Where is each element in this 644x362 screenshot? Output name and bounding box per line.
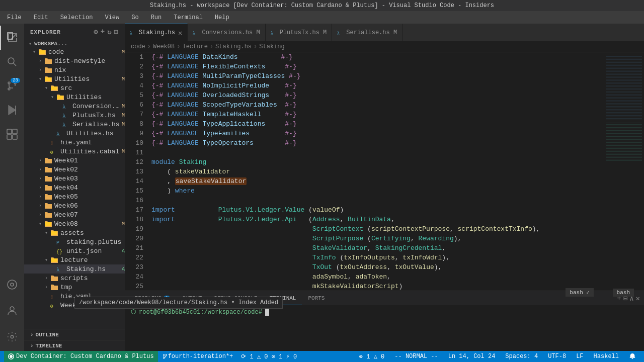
new-folder-icon[interactable]: + — [101, 28, 105, 36]
menu-run[interactable]: Run — [148, 13, 165, 22]
tab-close-staking[interactable]: ✕ — [178, 29, 182, 37]
sidebar-item-src[interactable]: ▾ src — [24, 83, 125, 93]
sidebar-item-week02[interactable]: ›Week02 — [24, 165, 125, 174]
status-sync-label: ⟳ 1 △ 0 ⊗ 1 ⚡ 0 — [241, 353, 297, 360]
activity-extensions[interactable] — [0, 122, 24, 146]
sidebar-item-dist[interactable]: › dist-newstyle — [24, 56, 125, 65]
sidebar-item-scripts-label: scripts — [60, 275, 125, 282]
tab-conversions[interactable]: λ Conversions.hs M — [188, 24, 265, 41]
haskell-tab-icon: λ — [193, 30, 199, 36]
new-file-icon[interactable]: ⊕ — [94, 28, 98, 36]
sidebar-item-utilities-cabal[interactable]: › ⚙ Utilities.cabal M — [24, 147, 125, 156]
menu-terminal[interactable]: Terminal — [171, 13, 206, 22]
activity-account[interactable] — [0, 299, 24, 323]
sidebar-item-week06[interactable]: ›Week06 — [24, 201, 125, 210]
activity-run[interactable] — [0, 98, 24, 122]
chevron-right-icon: › — [30, 332, 34, 338]
status-branch[interactable]: fourth-iteration*+ — [158, 351, 237, 362]
sidebar-item-utilities-sub[interactable]: ▾ Utilities — [24, 93, 125, 102]
sidebar-item-week07[interactable]: ›Week07 — [24, 210, 125, 219]
status-vim-mode[interactable]: -- NORMAL -- — [390, 351, 442, 362]
breadcrumb-filename[interactable]: Staking.hs — [215, 43, 252, 50]
tab-staking-label: Staking.hs — [139, 29, 175, 36]
breadcrumb-sep3: › — [210, 43, 213, 50]
sidebar-item-conversions[interactable]: › λ Conversion... M — [24, 102, 125, 111]
folder-icon — [44, 165, 52, 173]
sidebar-item-serialise[interactable]: › λ Serialise.hs M — [24, 120, 125, 129]
tab-plutustx[interactable]: λ PlutusTx.hs M — [266, 24, 333, 41]
breadcrumb-code[interactable]: code — [131, 43, 145, 50]
status-language[interactable]: Haskell — [590, 351, 623, 362]
sidebar-item-week04[interactable]: ›Week04 — [24, 183, 125, 192]
sidebar-item-plutustx[interactable]: › λ PlutusTx.hs M — [24, 111, 125, 120]
menu-help[interactable]: Help — [212, 13, 232, 22]
sidebar-item-tmp[interactable]: ›tmp — [24, 283, 125, 292]
sidebar-item-week08[interactable]: ▾ Week08 M — [24, 219, 125, 228]
sidebar-item-utilities-hs[interactable]: › λ Utilities.hs — [24, 129, 125, 138]
menu-view[interactable]: View — [102, 13, 122, 22]
haskell-file-icon: λ — [56, 129, 64, 137]
status-notifications[interactable] — [625, 351, 640, 362]
timeline-label: TIMELINE — [36, 343, 62, 349]
sidebar: EXPLORER ⊕ + ↻ ⊟ ▾ WORKSPA... ▾ code M — [24, 24, 125, 351]
close-panel-icon[interactable]: ✕ — [636, 294, 640, 303]
workspace-root[interactable]: ▾ WORKSPA... — [24, 40, 125, 47]
sidebar-item-assets[interactable]: ▾ assets — [24, 228, 125, 237]
activity-settings[interactable] — [0, 325, 24, 349]
menu-edit[interactable]: Edit — [31, 13, 51, 22]
status-sync[interactable]: ⟳ 1 △ 0 ⊗ 1 ⚡ 0 — [237, 351, 301, 362]
sidebar-header-icons: ⊕ + ↻ ⊟ — [94, 28, 119, 36]
sidebar-item-lecture[interactable]: ▾ lecture — [24, 255, 125, 264]
activity-explorer[interactable] — [0, 26, 24, 50]
code-editor[interactable]: {-# LANGUAGE DataKinds #-} {-# LANGUAGE … — [147, 52, 604, 291]
sidebar-item-code[interactable]: ▾ code M — [24, 47, 125, 56]
sidebar-item-nix[interactable]: › nix — [24, 65, 125, 74]
collapse-all-icon[interactable]: ⊟ — [114, 28, 119, 36]
status-errors[interactable]: ⊗ 1 △ 0 — [355, 351, 388, 362]
sidebar-item-unit-json[interactable]: › {} unit.json A — [24, 246, 125, 255]
sidebar-item-utilities[interactable]: ▾ Utilities M — [24, 74, 125, 83]
svg-text:{}: {} — [56, 249, 62, 255]
terminal-prompt-text: root@6f03b6b45c01:/workspace/code# — [139, 307, 262, 317]
sidebar-item-staking-hs[interactable]: › λ Staking.hs A /workspace/code/Week08/… — [24, 264, 125, 274]
status-line-ending[interactable]: LF — [572, 351, 587, 362]
sidebar-item-week03[interactable]: ›Week03 — [24, 174, 125, 183]
chevron-down-icon: ▾ — [36, 221, 44, 227]
sidebar-item-hie-yaml[interactable]: › ! hie.yaml — [24, 138, 125, 147]
sidebar-item-week01[interactable]: ›Week01 — [24, 156, 125, 165]
menu-file[interactable]: File — [4, 13, 25, 22]
activity-source-control[interactable]: 23 — [0, 74, 24, 98]
sidebar-item-week07-label: Week07 — [54, 211, 125, 219]
status-cursor[interactable]: Ln 14, Col 24 — [444, 351, 500, 362]
refresh-icon[interactable]: ↻ — [107, 28, 112, 36]
minimap — [604, 52, 644, 291]
sidebar-item-week05[interactable]: ›Week05 — [24, 192, 125, 201]
panel-tab-ports[interactable]: PORTS — [302, 291, 331, 305]
sidebar-item-utilities-sub-label: Utilities — [66, 94, 125, 101]
breadcrumb-week08[interactable]: Week08 — [153, 43, 175, 50]
timeline-section[interactable]: › TIMELINE — [24, 340, 125, 351]
svg-text:λ: λ — [56, 267, 60, 273]
activity-remote[interactable] — [0, 273, 24, 297]
breadcrumb-lecture[interactable]: lecture — [182, 43, 207, 50]
sidebar-item-staking-plutus[interactable]: › P staking.plutus — [24, 237, 125, 246]
terminal-prompt: ⬡ — [131, 307, 136, 317]
folder-icon — [44, 156, 52, 164]
breadcrumb-symbol[interactable]: Staking — [259, 43, 284, 50]
status-encoding[interactable]: UTF-8 — [544, 351, 570, 362]
panel-content: ⬡ root@6f03b6b45c01:/workspace/code# bas… — [125, 305, 644, 351]
activity-search[interactable] — [0, 50, 24, 74]
chevron-right-icon: › — [36, 185, 44, 191]
tab-staking[interactable]: λ Staking.hs ✕ — [125, 24, 188, 41]
svg-point-12 — [8, 280, 17, 289]
outline-section[interactable]: › OUTLINE — [24, 329, 125, 340]
sidebar-title: EXPLORER — [30, 29, 61, 35]
menu-selection[interactable]: Selection — [57, 13, 96, 22]
svg-text:λ: λ — [271, 31, 273, 35]
sidebar-item-utilities-cabal-label: Utilities.cabal — [60, 148, 120, 155]
sidebar-item-scripts[interactable]: ›scripts — [24, 274, 125, 283]
status-spaces[interactable]: Spaces: 4 — [501, 351, 542, 362]
menu-go[interactable]: Go — [128, 13, 141, 22]
status-remote[interactable]: Dev Container: Custom Cardano & Plutus — [4, 351, 158, 362]
tab-serialise[interactable]: λ Serialise.hs M — [332, 24, 403, 41]
